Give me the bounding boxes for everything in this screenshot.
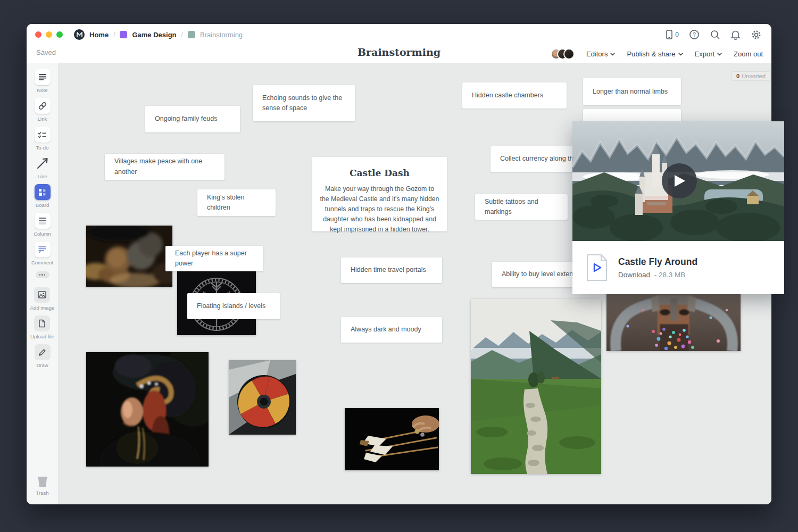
tool-board[interactable]: Board	[35, 184, 51, 208]
search-icon[interactable]	[710, 29, 720, 40]
breadcrumb-separator: /	[113, 31, 115, 38]
chevron-down-icon	[678, 53, 683, 56]
note-icon	[38, 73, 47, 81]
more-tools-button[interactable]	[36, 271, 49, 278]
tool-comment[interactable]: Comment	[31, 242, 53, 265]
breadcrumb: Home / Game Design / Brainstorming	[74, 29, 243, 40]
note-card[interactable]: Subtle tattoos and markings	[475, 194, 568, 220]
card-body: Make your way through the Gozom to the M…	[320, 184, 439, 235]
close-window-button[interactable]	[35, 31, 41, 38]
trash-dropzone[interactable]: Trash	[36, 475, 49, 496]
zoom-out-button[interactable]: Zoom out	[734, 50, 763, 58]
draw-icon	[38, 348, 46, 356]
notifications-icon[interactable]	[730, 29, 741, 40]
download-link[interactable]: Download	[618, 271, 650, 279]
minimize-window-button[interactable]	[46, 31, 52, 38]
board-color-swatch	[188, 31, 195, 38]
link-icon	[38, 102, 47, 110]
viking-confetti-photo[interactable]	[606, 294, 741, 351]
castle-aerial-video-thumbnail[interactable]	[572, 121, 784, 241]
chevron-down-icon	[610, 53, 615, 56]
window-controls	[35, 31, 63, 38]
chevron-down-icon	[717, 53, 722, 56]
add-image-icon	[38, 291, 46, 298]
file-size: - 28.3 MB	[654, 271, 686, 279]
tool-add-image[interactable]: Add image	[30, 287, 54, 311]
note-card[interactable]: Each player has a super power	[165, 246, 263, 271]
line-icon	[36, 157, 49, 170]
card-title: Castle Dash	[320, 168, 439, 178]
trash-icon	[36, 475, 49, 488]
editor-avatars[interactable]	[551, 48, 575, 60]
breadcrumb-current: Brainstorming	[200, 31, 243, 39]
unsorted-column-badge[interactable]: 0Unsorted	[732, 71, 770, 81]
play-icon	[673, 174, 686, 188]
export-button[interactable]: Export	[695, 50, 722, 58]
upload-file-icon	[38, 319, 46, 328]
arrows-photo[interactable]	[345, 408, 439, 470]
help-icon[interactable]: ?	[689, 29, 700, 40]
tool-upload-file[interactable]: Upload file	[30, 315, 54, 339]
note-card[interactable]: Echoing sounds to give the sense of spac…	[253, 85, 355, 121]
tool-sidebar: Note Link To-do Line Board Column	[27, 63, 59, 504]
game-summary-card[interactable]: Castle Dash Make your way through the Go…	[312, 157, 447, 231]
note-card[interactable]: King's stolen children	[197, 189, 276, 216]
svg-text:?: ?	[693, 32, 696, 38]
note-card[interactable]: Always dark and moody	[341, 317, 442, 343]
connected-devices-button[interactable]: 0	[666, 29, 679, 40]
comment-icon	[38, 245, 47, 254]
warrior-woman-photo[interactable]	[86, 352, 209, 467]
top-bar: Home / Game Design / Brainstorming 0 ?	[27, 24, 771, 63]
column-icon	[38, 217, 47, 225]
note-card[interactable]: Longer than normal limbs	[583, 78, 681, 105]
viking-shield-photo[interactable]	[229, 360, 296, 435]
board-icon	[38, 188, 46, 196]
desktop-background: Home / Game Design / Brainstorming 0 ?	[0, 0, 798, 532]
milanote-logo[interactable]	[74, 29, 85, 40]
device-count: 0	[675, 31, 679, 38]
tool-column[interactable]: Column	[34, 213, 51, 237]
tool-link[interactable]: Link	[35, 98, 51, 122]
note-card[interactable]: Ongoing family feuds	[145, 106, 240, 132]
project-color-swatch	[120, 31, 127, 38]
tool-draw[interactable]: Draw	[35, 344, 51, 368]
mountain-path-photo[interactable]	[471, 299, 601, 474]
note-card[interactable]: Hidden castle chambers	[462, 82, 567, 109]
breadcrumb-separator: /	[181, 31, 183, 38]
note-card[interactable]: Villages make peace with one another	[105, 154, 225, 180]
video-file-icon	[585, 254, 609, 281]
breadcrumb-project[interactable]: Game Design	[132, 31, 176, 39]
tool-line[interactable]: Line	[35, 155, 51, 179]
video-card[interactable]: Castle Fly Around Download - 28.3 MB	[572, 121, 784, 294]
coins-photo[interactable]	[86, 226, 172, 287]
zoom-window-button[interactable]	[56, 31, 63, 38]
editors-menu-button[interactable]: Editors	[586, 50, 615, 58]
settings-icon[interactable]	[751, 29, 762, 40]
avatar	[563, 48, 575, 60]
todo-icon	[38, 131, 47, 138]
note-card[interactable]: Floating islands / levels	[187, 293, 280, 319]
note-card[interactable]: Hidden time travel portals	[341, 257, 442, 283]
publish-share-button[interactable]: Publish & share	[627, 50, 683, 58]
play-button[interactable]	[662, 163, 697, 198]
tool-note[interactable]: Note	[35, 69, 51, 93]
video-title: Castle Fly Around	[618, 256, 697, 268]
tool-todo[interactable]: To-do	[35, 127, 51, 151]
breadcrumb-home[interactable]: Home	[89, 31, 109, 39]
